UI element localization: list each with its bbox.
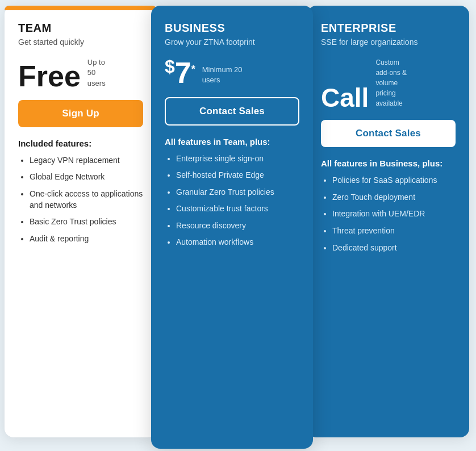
enterprise-tagline: SSE for large organizations xyxy=(321,37,456,47)
list-item: Integration with UEM/EDR xyxy=(332,208,456,220)
list-item: Enterprise single sign-on xyxy=(176,153,299,165)
team-features-title: Included features: xyxy=(18,139,143,148)
team-features-list: Legacy VPN replacement Global Edge Netwo… xyxy=(18,155,143,245)
list-item: Dedicated support xyxy=(332,243,456,254)
business-tagline: Grow your ZTNA footprint xyxy=(165,37,299,47)
team-price-sub: Up to 50 users xyxy=(87,57,106,91)
list-item: Legacy VPN replacement xyxy=(30,155,143,166)
list-item: Customizable trust factors xyxy=(176,203,299,215)
enterprise-custom-note: Custom add-ons & volume pricing availabl… xyxy=(375,57,407,111)
enterprise-card: ENTERPRISE SSE for large organizations C… xyxy=(307,6,469,437)
asterisk: * xyxy=(191,64,195,75)
list-item: One-click access to applications and net… xyxy=(30,189,143,211)
enterprise-cta-button[interactable]: Contact Sales xyxy=(321,120,456,147)
business-plan-name: BUSINESS xyxy=(165,22,299,35)
list-item: Global Edge Network xyxy=(30,172,143,183)
list-item: Audit & reporting xyxy=(30,233,143,245)
business-price-row: $7* Minimum 20 users xyxy=(165,57,299,87)
list-item: Zero Touch deployment xyxy=(332,192,456,203)
enterprise-price-row: Call Custom add-ons & volume pricing ava… xyxy=(321,57,456,111)
enterprise-plan-name: ENTERPRISE xyxy=(321,22,456,35)
list-item: Self-hosted Private Edge xyxy=(176,170,299,181)
team-price-main: Free xyxy=(18,61,81,91)
enterprise-price-call: Call xyxy=(321,85,369,111)
team-tagline: Get started quickly xyxy=(18,37,143,47)
business-card: BUSINESS Grow your ZTNA footprint $7* Mi… xyxy=(151,6,313,449)
business-features-title: All features in Team, plus: xyxy=(165,137,299,147)
list-item: Threat prevention xyxy=(332,226,456,237)
business-features-list: Enterprise single sign-on Self-hosted Pr… xyxy=(165,153,299,249)
team-price-row: Free Up to 50 users xyxy=(18,57,143,91)
list-item: Policies for SaaS applications xyxy=(332,175,456,186)
business-cta-button[interactable]: Contact Sales xyxy=(165,97,299,126)
business-price-sub: Minimum 20 users xyxy=(202,65,243,87)
list-item: Resource discovery xyxy=(176,220,299,232)
team-card: TEAM Get started quickly Free Up to 50 u… xyxy=(5,6,157,437)
list-item: Granular Zero Trust policies xyxy=(176,187,299,198)
business-price-main: $7* xyxy=(165,57,195,87)
team-cta-button[interactable]: Sign Up xyxy=(18,100,143,127)
dollar-sign: $ xyxy=(165,56,175,77)
enterprise-features-list: Policies for SaaS applications Zero Touc… xyxy=(321,175,456,253)
list-item: Basic Zero Trust policies xyxy=(30,216,143,228)
enterprise-features-title: All features in Business, plus: xyxy=(321,158,456,168)
list-item: Automation workflows xyxy=(176,237,299,248)
team-plan-name: TEAM xyxy=(18,22,143,35)
